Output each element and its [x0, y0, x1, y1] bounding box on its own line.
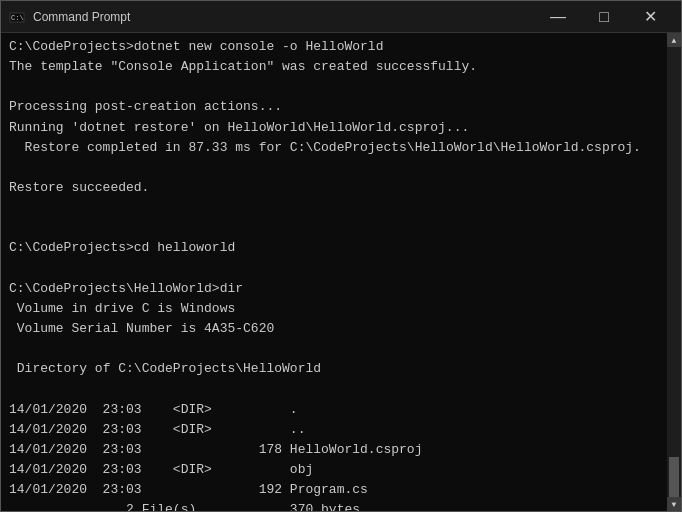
scrollbar-area[interactable] [667, 47, 681, 497]
window-controls: — □ ✕ [535, 1, 673, 33]
cmd-window: C:\ Command Prompt — □ ✕ C:\CodeProjects… [0, 0, 682, 512]
scrollbar-thumb[interactable] [669, 457, 679, 497]
title-bar: C:\ Command Prompt — □ ✕ [1, 1, 681, 33]
scrollbar[interactable]: ▲ ▼ [667, 33, 681, 511]
maximize-button[interactable]: □ [581, 1, 627, 33]
terminal-body[interactable]: C:\CodeProjects>dotnet new console -o He… [1, 33, 667, 511]
scrollbar-up-button[interactable]: ▲ [667, 33, 681, 47]
minimize-button[interactable]: — [535, 1, 581, 33]
terminal-wrapper: C:\CodeProjects>dotnet new console -o He… [1, 33, 681, 511]
scrollbar-down-button[interactable]: ▼ [667, 497, 681, 511]
cmd-icon: C:\ [9, 9, 25, 25]
svg-text:C:\: C:\ [11, 14, 24, 22]
window-title: Command Prompt [33, 10, 535, 24]
close-button[interactable]: ✕ [627, 1, 673, 33]
terminal-output: C:\CodeProjects>dotnet new console -o He… [9, 37, 659, 511]
